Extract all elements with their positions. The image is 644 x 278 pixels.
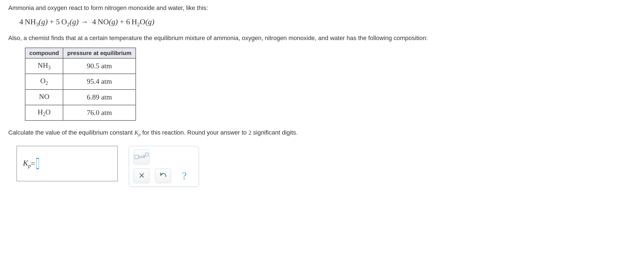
species: NO [98,17,109,26]
kp-symbol: Kp [134,129,140,136]
species: NH [25,17,36,26]
compound-cell: H2O [25,105,63,120]
subscript: 3 [36,21,39,27]
question-part: for this reaction. Round your answer to [141,129,248,136]
kp-p: p [138,132,141,137]
formula-post: O [45,108,51,116]
kp-k: K [134,129,138,136]
undo-icon [159,171,167,180]
pressure-cell: 90.5 atm [63,58,135,74]
phase: (g) [109,17,118,26]
scientific-notation-button[interactable]: x10 [133,150,150,164]
compound-cell: NH3 [25,58,63,74]
coef: 5 [56,17,60,26]
arrow: → [79,17,90,26]
intro-text-2: Also, a chemist finds that at a certain … [8,34,636,43]
kp-p: p [28,162,31,168]
question-part: significant digits. [252,129,298,136]
compound-cell: NO [25,90,63,105]
table-row: NO 6.89 atm [25,90,136,105]
x10-label: x10 [139,154,145,159]
close-icon: ✕ [138,171,145,180]
sci-not-icon: x10 [135,154,149,159]
pressure-cell: 95.4 atm [63,74,135,89]
equilibrium-table: compound pressure at equilibrium NH3 90.… [25,48,136,121]
compound-cell: O2 [25,74,63,89]
coef: 4 [19,17,23,26]
table-row: O2 95.4 atm [25,74,136,89]
plus: + [118,17,126,26]
clear-button[interactable]: ✕ [133,168,150,183]
species: O [61,17,67,26]
chemical-equation: 4 NH3(g) + 5 O2(g) → 4 NO(g) + 6 H2O(g) [19,17,636,28]
formula-sub: 2 [43,112,45,117]
table-header-pressure: pressure at equilibrium [63,48,135,58]
tool-row-bottom: ✕ ? [133,168,194,183]
phase: (g) [145,17,155,26]
plus: + [48,17,56,26]
coef: 6 [126,17,130,26]
phase: (g) [70,17,79,26]
help-button[interactable]: ? [177,169,192,183]
tool-row-top: x10 [133,150,194,164]
formula-pre: H [38,108,43,116]
species: H [132,17,137,26]
kp-k: K [23,159,28,167]
table-row: H2O 76.0 atm [25,105,136,120]
tool-panel: x10 ✕ ? [129,146,199,187]
answer-area: Kp = x10 ✕ ? [17,146,636,187]
pressure-cell: 76.0 atm [63,105,135,120]
question-text: Calculate the value of the equilibrium c… [8,128,636,138]
table-row: NH3 90.5 atm [25,58,136,74]
formula-pre: NO [39,93,49,101]
formula-sub: 2 [46,81,48,86]
formula-pre: NH [38,61,48,69]
formula-sub: 3 [48,65,51,70]
mantissa-placeholder-icon [135,155,138,159]
subscript: 2 [137,21,140,27]
coef: 4 [92,17,96,26]
exponent-placeholder-icon [145,153,148,156]
subscript: 2 [67,21,70,27]
phase: (g) [39,17,48,26]
formula-pre: O [40,77,46,85]
question-part: Calculate the value of the equilibrium c… [8,129,134,136]
species: O [140,17,145,26]
table-header-compound: compound [25,48,63,58]
kp-label: Kp [23,159,31,169]
reset-button[interactable] [155,168,171,183]
equals: = [31,159,35,168]
input-cursor[interactable] [36,158,39,169]
pressure-cell: 6.89 atm [63,90,135,105]
question-icon: ? [182,170,187,182]
intro-text-1: Ammonia and oxygen react to form nitroge… [8,4,636,12]
answer-input-box[interactable]: Kp = [17,146,118,181]
question-digits: 2 [248,129,252,136]
